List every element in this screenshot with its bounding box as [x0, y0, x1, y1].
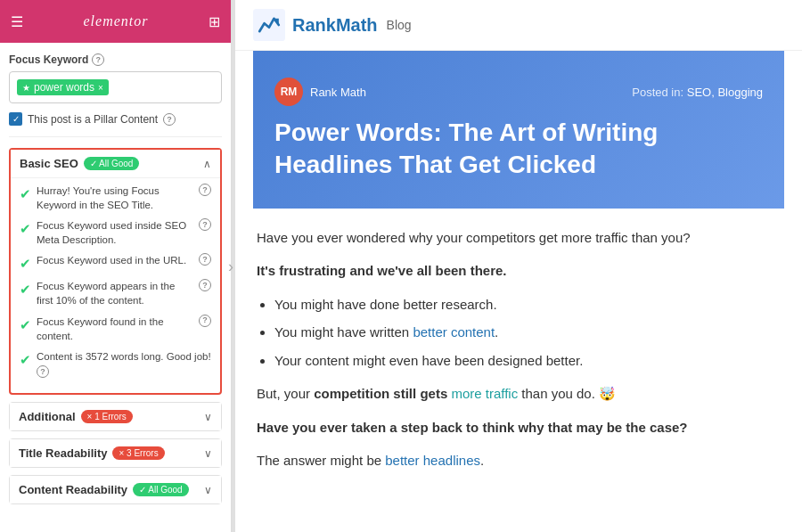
pillar-content-row: ✓ This post is a Pillar Content ? [9, 112, 222, 137]
check-item-4-text: Focus Keyword appears in the first 10% o… [37, 279, 193, 307]
article-para3: The answer might be better headlines. [257, 449, 781, 472]
basic-seo-title-group: Basic SEO ✓ All Good [20, 157, 139, 170]
left-panel: ☰ elementor ⊞ Focus Keyword ? ★ power wo… [0, 0, 232, 532]
basic-seo-section: Basic SEO ✓ All Good ∧ ✔ Hurray! You're … [9, 148, 222, 395]
article-body: Have you ever wondered why your competit… [253, 226, 784, 472]
additional-header[interactable]: Additional × 1 Errors ∨ [10, 403, 221, 430]
title-readability-badge-text: × 3 Errors [119, 448, 158, 458]
rankmath-logo: RankMath Blog [253, 9, 412, 41]
additional-title-group: Additional × 1 Errors [19, 410, 133, 423]
resize-handle[interactable] [232, 0, 235, 532]
posted-in: Posted in: SEO, Blogging [632, 86, 763, 99]
author-name: Rank Math [310, 86, 366, 99]
blog-label: Blog [387, 18, 412, 32]
title-readability-chevron[interactable]: ∨ [204, 447, 212, 460]
article-meta: RM Rank Math Posted in: SEO, Blogging [274, 78, 763, 106]
title-readability-section: Title Readability × 3 Errors ∨ [9, 438, 222, 468]
article-para2: But, your competition still gets more tr… [257, 382, 781, 405]
right-panel: RankMath Blog RM Rank Math Posted in: SE… [235, 0, 802, 532]
title-readability-title: Title Readability [19, 446, 107, 460]
check-icon-1: ✔ [20, 184, 31, 203]
check-icon-3: ✔ [20, 254, 31, 273]
right-header: RankMath Blog [235, 0, 802, 51]
content-readability-section: Content Readability ✓ All Good ∨ [9, 475, 222, 504]
pillar-content-label: This post is a Pillar Content [28, 113, 158, 126]
panel-content: Focus Keyword ? ★ power words × ✓ This p… [0, 43, 231, 532]
title-readability-header[interactable]: Title Readability × 3 Errors ∨ [10, 439, 221, 467]
grid-icon[interactable]: ⊞ [209, 13, 220, 30]
check-item-1: ✔ Hurray! You're using Focus Keyword in … [20, 184, 211, 212]
check-item-6: ✔ Content is 3572 words long. Good job! … [20, 349, 211, 378]
rank-text: Rank [292, 15, 336, 35]
bullet-2: You might have written better content. [274, 321, 781, 344]
check-item-2-text: Focus Keyword used inside SEO Meta Descr… [37, 218, 193, 247]
title-readability-badge: × 3 Errors [112, 446, 164, 460]
focus-keyword-help-icon[interactable]: ? [92, 53, 104, 66]
article-container: RM Rank Math Posted in: SEO, Blogging Po… [235, 51, 802, 501]
keyword-tag: ★ power words × [17, 79, 109, 95]
basic-seo-badge: ✓ All Good [84, 157, 140, 170]
check-item-3-help[interactable]: ? [199, 253, 211, 266]
check-item-3: ✔ Focus Keyword used in the URL. ? [20, 253, 211, 273]
more-traffic-link[interactable]: more traffic [451, 386, 518, 401]
check-item-1-help[interactable]: ? [199, 184, 211, 196]
pillar-checkbox[interactable]: ✓ [9, 112, 22, 126]
content-readability-chevron[interactable]: ∨ [204, 484, 212, 496]
check-item-5-help[interactable]: ? [199, 315, 211, 327]
math-text: Math [336, 15, 378, 35]
additional-badge-text: × 1 Errors [87, 412, 127, 422]
keyword-text: power words [34, 81, 94, 94]
brand-name: RankMath [292, 15, 378, 36]
content-readability-title: Content Readability [19, 483, 127, 496]
content-readability-badge-text: ✓ All Good [139, 485, 183, 495]
better-content-link[interactable]: better content [413, 324, 495, 340]
content-readability-badge: ✓ All Good [133, 483, 189, 496]
article-intro: Have you ever wondered why your competit… [257, 226, 781, 250]
article-hero: RM Rank Math Posted in: SEO, Blogging Po… [253, 51, 784, 209]
focus-keyword-label: Focus Keyword [9, 53, 88, 66]
check-icon-5: ✔ [20, 315, 31, 334]
pillar-help-icon[interactable]: ? [163, 113, 176, 126]
basic-seo-header[interactable]: Basic SEO ✓ All Good ∧ [11, 150, 220, 177]
elementor-header: ☰ elementor ⊞ [0, 0, 231, 43]
rankmath-logo-icon [253, 9, 285, 41]
check-item-3-text: Focus Keyword used in the URL. [37, 253, 193, 267]
check-icon-2: ✔ [20, 219, 31, 238]
check-item-2: ✔ Focus Keyword used inside SEO Meta Des… [20, 218, 211, 247]
keyword-close-icon[interactable]: × [98, 83, 103, 93]
better-headlines-link[interactable]: better headlines [385, 453, 480, 468]
badge-good-text: ✓ All Good [90, 159, 134, 168]
basic-seo-title: Basic SEO [20, 157, 78, 170]
check-item-6-help[interactable]: ? [37, 365, 49, 378]
keyword-input-wrapper[interactable]: ★ power words × [9, 71, 222, 103]
check-icon-4: ✔ [20, 280, 31, 299]
basic-seo-chevron[interactable]: ∧ [203, 158, 211, 170]
category-links[interactable]: SEO, Blogging [687, 86, 763, 99]
check-item-4-help[interactable]: ? [199, 279, 211, 291]
bullet-3: Your content might even have been design… [274, 349, 781, 372]
hamburger-icon[interactable]: ☰ [11, 13, 23, 30]
check-item-5-text: Focus Keyword found in the content. [37, 315, 193, 343]
additional-chevron[interactable]: ∨ [204, 411, 212, 423]
keyword-star-icon: ★ [22, 83, 30, 93]
title-readability-title-group: Title Readability × 3 Errors [19, 446, 165, 460]
checkmark-icon: ✓ [12, 114, 20, 124]
check-icon-6: ✔ [20, 350, 31, 369]
article-title: Power Words: The Art of Writing Headline… [274, 117, 763, 182]
check-item-6-text: Content is 3572 words long. Good job! [37, 351, 211, 362]
check-item-4: ✔ Focus Keyword appears in the first 10%… [20, 279, 211, 307]
check-item-1-text: Hurray! You're using Focus Keyword in th… [37, 184, 193, 212]
basic-seo-body: ✔ Hurray! You're using Focus Keyword in … [11, 177, 220, 393]
elementor-logo: elementor [84, 13, 149, 29]
additional-section: Additional × 1 Errors ∨ [9, 402, 222, 431]
article-bold1: It's frustrating and we've all been ther… [257, 259, 781, 282]
focus-keyword-section: Focus Keyword ? [9, 53, 222, 66]
content-readability-header[interactable]: Content Readability ✓ All Good ∨ [10, 476, 221, 503]
check-item-5: ✔ Focus Keyword found in the content. ? [20, 315, 211, 343]
article-bold2: Have you ever taken a step back to think… [257, 416, 781, 439]
additional-title: Additional [19, 410, 76, 423]
check-item-2-help[interactable]: ? [199, 218, 211, 231]
bullet-1: You might have done better research. [274, 293, 781, 316]
author-avatar: RM [274, 78, 303, 106]
additional-badge: × 1 Errors [81, 410, 133, 423]
